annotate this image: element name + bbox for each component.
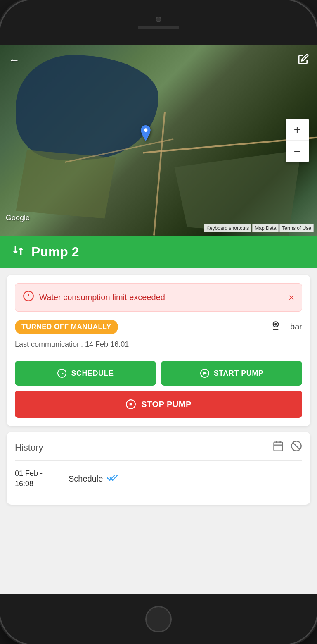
map-pin <box>138 125 153 145</box>
filter-off-icon[interactable] <box>291 440 302 455</box>
map-data-link[interactable]: Map Data <box>252 224 279 232</box>
divider <box>15 355 302 355</box>
camera <box>156 17 161 22</box>
history-row: 01 Feb -16:08 Schedule <box>15 460 302 496</box>
last-comm-value: 14 Feb 16:01 <box>85 340 129 348</box>
alert-warning-icon <box>23 290 34 305</box>
calendar-icon[interactable] <box>272 440 284 455</box>
history-card: History <box>7 432 310 505</box>
phone-top-bar <box>0 0 317 45</box>
buttons-row: SCHEDULE START PUMP <box>15 361 302 386</box>
main-content: Water consumption limit exceeded × TURNE… <box>0 268 317 594</box>
double-check-icon <box>107 473 118 484</box>
alert-close-button[interactable]: × <box>289 292 294 303</box>
map-container: ← + − Google Keyboard shortcuts Map Data <box>0 45 317 236</box>
status-badge: TURNED OFF MANUALLY <box>15 320 118 334</box>
history-icons <box>272 440 302 455</box>
pump-header: Pump 2 <box>0 236 317 268</box>
history-event: Schedule <box>69 473 118 484</box>
last-communication: Last communication: 14 Feb 16:01 <box>15 340 302 349</box>
speaker <box>138 26 179 29</box>
terms-link[interactable]: Terms of Use <box>279 224 314 232</box>
schedule-button-label: SCHEDULE <box>71 369 114 378</box>
history-header: History <box>15 440 302 455</box>
alert-banner: Water consumption limit exceeded × <box>15 283 302 312</box>
stop-pump-label: STOP PUMP <box>141 400 192 409</box>
history-date: 01 Feb -16:08 <box>15 468 60 489</box>
pump-title: Pump 2 <box>31 244 79 260</box>
pressure-value: - bar <box>285 322 302 332</box>
map-footer-links: Keyboard shortcuts Map Data Terms of Use <box>204 224 314 232</box>
alert-card: Water consumption limit exceeded × TURNE… <box>7 275 310 426</box>
phone-screen: ← + − Google Keyboard shortcuts Map Data <box>0 45 317 594</box>
start-pump-button[interactable]: START PUMP <box>161 361 302 386</box>
home-button[interactable] <box>145 606 172 632</box>
svg-point-0 <box>144 129 148 132</box>
pressure-info: - bar <box>270 319 302 334</box>
start-pump-label: START PUMP <box>214 369 264 378</box>
status-row: TURNED OFF MANUALLY - bar <box>15 319 302 334</box>
svg-point-11 <box>275 324 277 325</box>
zoom-in-button[interactable]: + <box>286 119 309 141</box>
map-zoom-controls: + − <box>286 119 309 162</box>
alert-message: Water consumption limit exceeded <box>39 293 165 302</box>
pressure-icon <box>270 319 282 334</box>
history-event-label: Schedule <box>69 474 103 484</box>
svg-rect-15 <box>274 442 283 451</box>
pump-arrows-icon <box>12 244 25 260</box>
history-title: History <box>15 442 43 453</box>
keyboard-shortcuts-link[interactable]: Keyboard shortcuts <box>204 224 251 232</box>
zoom-out-button[interactable]: − <box>286 141 309 162</box>
alert-left: Water consumption limit exceeded <box>23 290 165 305</box>
edit-button[interactable] <box>298 54 309 67</box>
stop-pump-button[interactable]: STOP PUMP <box>15 391 302 418</box>
back-button[interactable]: ← <box>8 54 20 67</box>
schedule-button[interactable]: SCHEDULE <box>15 361 156 386</box>
google-label: Google <box>6 214 30 222</box>
svg-line-20 <box>293 443 300 449</box>
phone-bottom-bar <box>0 594 317 644</box>
phone-frame: ← + − Google Keyboard shortcuts Map Data <box>0 0 317 644</box>
